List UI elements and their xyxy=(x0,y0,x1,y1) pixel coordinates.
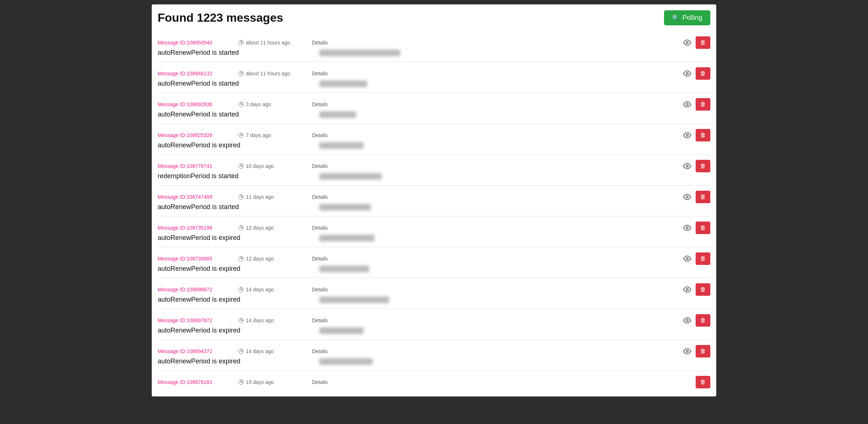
message-id[interactable]: Message ID:108950940 xyxy=(158,40,212,46)
clock-icon xyxy=(238,133,244,138)
delete-button[interactable]: 🗑 xyxy=(696,191,710,203)
view-button[interactable] xyxy=(682,68,693,79)
details-label: Details xyxy=(312,194,328,200)
clock-icon xyxy=(238,287,244,292)
message-id[interactable]: Message ID:108698672 xyxy=(158,287,212,292)
svg-point-8 xyxy=(686,288,688,291)
eye-icon xyxy=(683,316,691,324)
polling-button[interactable]: 🔍 Polling xyxy=(664,10,710,25)
search-icon: 🔍 xyxy=(672,14,679,21)
details-label: Details xyxy=(312,379,328,385)
trash-icon: 🗑 xyxy=(700,101,706,108)
message-time: 15 days ago xyxy=(246,379,274,385)
message-blur-content xyxy=(319,327,363,334)
view-button[interactable] xyxy=(682,161,693,172)
message-id[interactable]: Message ID:108776741 xyxy=(158,163,212,169)
delete-button[interactable]: 🗑 xyxy=(696,36,710,49)
view-button[interactable] xyxy=(682,222,693,233)
message-time: 14 days ago xyxy=(246,348,274,354)
message-time: 12 days ago xyxy=(246,225,274,231)
clock-icon xyxy=(238,71,244,76)
main-container: Found 1223 messages 🔍 Polling Message ID… xyxy=(151,4,717,397)
delete-button[interactable]: 🗑 xyxy=(696,252,710,265)
message-row: Message ID:108946132 about 11 hours ago … xyxy=(158,62,710,93)
message-time: about 11 hours ago xyxy=(246,71,290,76)
view-button[interactable] xyxy=(682,130,693,141)
message-time: 14 days ago xyxy=(246,317,274,323)
delete-button[interactable]: 🗑 xyxy=(696,160,710,172)
message-time: 7 days ago xyxy=(246,132,271,138)
message-time: 14 days ago xyxy=(246,287,274,292)
trash-icon: 🗑 xyxy=(700,348,706,355)
message-bottom-row: autoRenewPeriod is started xyxy=(158,203,710,214)
trash-icon: 🗑 xyxy=(700,132,706,139)
trash-icon: 🗑 xyxy=(700,317,706,324)
svg-point-1 xyxy=(686,72,688,75)
message-bottom-row: autoRenewPeriod is started xyxy=(158,111,710,121)
message-row: Message ID:108747489 11 days ago Details xyxy=(158,186,710,216)
clock-icon xyxy=(238,318,244,323)
message-top-row: Message ID:108825328 7 days ago Details xyxy=(158,126,710,141)
message-top-row: Message ID:108735198 12 days ago Details xyxy=(158,219,710,234)
delete-button[interactable]: 🗑 xyxy=(696,283,710,296)
message-bottom-row: redemptionPeriod is started xyxy=(158,172,710,183)
message-row: Message ID:108730685 12 days ago Details xyxy=(158,247,710,278)
view-button[interactable] xyxy=(682,346,693,357)
message-bottom-row: autoRenewPeriod is expired xyxy=(158,327,710,337)
message-text: autoRenewPeriod is expired xyxy=(158,265,240,272)
message-id[interactable]: Message ID:108946132 xyxy=(158,71,212,76)
details-label: Details xyxy=(312,71,328,76)
message-blur-content xyxy=(319,111,356,118)
svg-point-10 xyxy=(686,350,688,352)
trash-icon: 🗑 xyxy=(700,39,706,46)
message-id[interactable]: Message ID:108892836 xyxy=(158,101,212,107)
message-id[interactable]: Message ID:108825328 xyxy=(158,132,212,138)
clock-icon xyxy=(238,102,244,107)
view-button[interactable] xyxy=(682,99,693,110)
message-text: autoRenewPeriod is expired xyxy=(158,141,240,149)
message-actions: 🗑 xyxy=(682,160,710,172)
eye-icon xyxy=(683,131,691,139)
delete-button[interactable]: 🗑 xyxy=(696,345,710,357)
view-button[interactable] xyxy=(682,284,693,295)
clock-icon xyxy=(238,194,244,200)
delete-button[interactable]: 🗑 xyxy=(696,98,710,111)
message-id[interactable]: Message ID:108694372 xyxy=(158,348,212,354)
message-row: Message ID:108892836 3 days ago Details xyxy=(158,93,710,124)
details-label: Details xyxy=(312,287,328,292)
message-blur-content xyxy=(319,297,389,303)
message-id[interactable]: Message ID:108735198 xyxy=(158,225,212,231)
delete-button[interactable]: 🗑 xyxy=(696,376,710,388)
message-actions: 🗑 xyxy=(696,376,710,388)
message-id[interactable]: Message ID:108730685 xyxy=(158,256,212,262)
delete-button[interactable]: 🗑 xyxy=(696,129,710,141)
message-blur-content xyxy=(319,50,400,56)
page-header: Found 1223 messages 🔍 Polling xyxy=(158,10,710,25)
message-top-row: Message ID:108950940 about 11 hours ago … xyxy=(158,33,710,49)
view-button[interactable] xyxy=(682,37,693,48)
message-row: Message ID:108698672 14 days ago Details xyxy=(158,278,710,309)
trash-icon: 🗑 xyxy=(700,163,706,169)
view-button[interactable] xyxy=(682,253,693,264)
view-button[interactable] xyxy=(682,315,693,326)
message-text: autoRenewPeriod is expired xyxy=(158,327,240,334)
delete-button[interactable]: 🗑 xyxy=(696,222,710,234)
message-id[interactable]: Message ID:108747489 xyxy=(158,194,212,200)
message-time: 3 days ago xyxy=(246,101,271,107)
message-row: Message ID:108735198 12 days ago Details xyxy=(158,216,710,247)
message-blur-content xyxy=(319,235,374,241)
message-row: Message ID:108697872 14 days ago Details xyxy=(158,309,710,340)
message-actions: 🗑 xyxy=(682,191,710,203)
message-text: autoRenewPeriod is expired xyxy=(158,296,240,303)
delete-button[interactable]: 🗑 xyxy=(696,314,710,327)
trash-icon: 🗑 xyxy=(700,194,706,200)
message-id[interactable]: Message ID:108697872 xyxy=(158,317,212,323)
clock-icon xyxy=(238,225,244,230)
message-text: autoRenewPeriod is started xyxy=(158,80,239,87)
message-id[interactable]: Message ID:108678181 xyxy=(158,379,212,385)
message-bottom-row: autoRenewPeriod is expired xyxy=(158,265,710,276)
details-label: Details xyxy=(312,101,328,107)
delete-button[interactable]: 🗑 xyxy=(696,67,710,80)
view-button[interactable] xyxy=(682,191,693,202)
clock-icon xyxy=(238,164,244,169)
